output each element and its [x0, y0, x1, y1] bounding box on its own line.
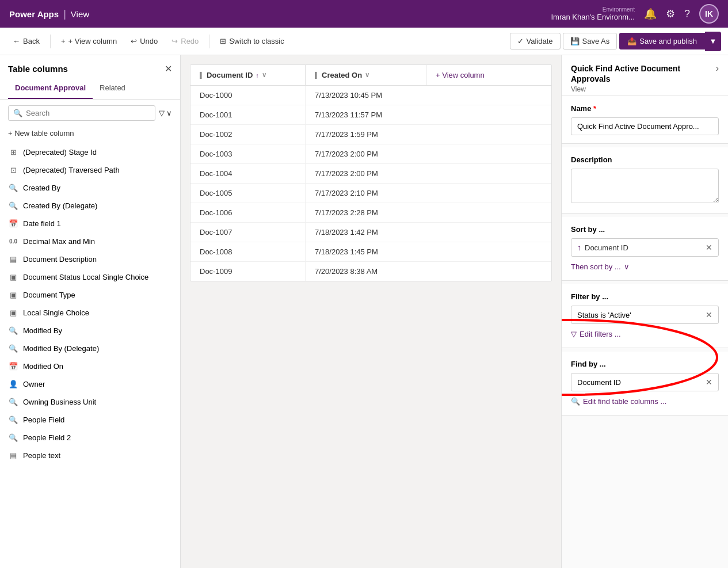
table-header: ▌ Document ID ↑ ∨ ▌ Created On ∨ + View …	[190, 65, 551, 86]
cell-created-on: 7/13/2023 11:57 PM	[306, 105, 426, 124]
back-button[interactable]: ← Back	[7, 33, 45, 49]
list-item[interactable]: ▤People text	[0, 447, 180, 464]
back-icon: ←	[13, 37, 20, 45]
table-row[interactable]: Doc-10007/13/2023 10:45 PM	[190, 86, 551, 105]
list-item[interactable]: ▤Document Description	[0, 250, 180, 268]
col-label: Modified By (Delegate)	[23, 344, 99, 353]
find-chip: Document ID ✕	[571, 373, 719, 391]
undo-button[interactable]: ↩ Undo	[125, 33, 163, 49]
table-row[interactable]: Doc-10067/17/2023 2:28 PM	[190, 203, 551, 223]
filter-chip-remove[interactable]: ✕	[706, 310, 712, 319]
table-row[interactable]: Doc-10017/13/2023 11:57 PM	[190, 105, 551, 125]
bell-icon[interactable]: 🔔	[644, 7, 657, 20]
list-item[interactable]: 🔍People Field	[0, 411, 180, 429]
list-item[interactable]: 👤Owner	[0, 375, 180, 393]
right-panel-header: Quick Find Active Document Approvals Vie…	[562, 55, 728, 96]
switch-classic-button[interactable]: ⊞ Switch to classic	[214, 33, 289, 49]
list-item[interactable]: ⊞(Deprecated) Stage Id	[0, 143, 180, 161]
col-type-icon: 🔍	[8, 344, 18, 353]
col-header-document-id[interactable]: ▌ Document ID ↑ ∨	[190, 65, 306, 85]
list-item[interactable]: 📅Modified On	[0, 357, 180, 375]
col-type-icon: ▤	[8, 451, 18, 460]
then-sort-button[interactable]: Then sort by ... ∨	[571, 261, 630, 272]
cell-created-on: 7/17/2023 2:10 PM	[306, 184, 426, 203]
col-type-icon: ⊞	[8, 148, 18, 157]
sort-asc-chip-icon: ↑	[577, 243, 581, 252]
search-input[interactable]	[26, 109, 150, 117]
edit-find-columns-button[interactable]: 🔍 Edit find table columns ...	[571, 396, 666, 407]
cell-doc-id: Doc-1008	[190, 242, 306, 261]
list-item[interactable]: ▣Document Status Local Single Choice	[0, 268, 180, 286]
edit-filters-button[interactable]: ▽ Edit filters ...	[571, 329, 621, 340]
list-item[interactable]: 🔍People Field 2	[0, 429, 180, 447]
col-label: People Field	[23, 415, 64, 424]
col-label: Modified By	[23, 326, 62, 335]
save-as-button[interactable]: 💾 Save As	[563, 33, 618, 49]
table-row[interactable]: Doc-10037/17/2023 2:00 PM	[190, 144, 551, 164]
cell-doc-id: Doc-1001	[190, 105, 306, 124]
cell-created-on: 7/18/2023 1:45 PM	[306, 242, 426, 261]
list-item[interactable]: 📅Date field 1	[0, 215, 180, 232]
find-value-label: Document ID	[577, 378, 621, 387]
table-row[interactable]: Doc-10077/18/2023 1:42 PM	[190, 223, 551, 242]
columns-list: ⊞(Deprecated) Stage Id⊡(Deprecated) Trav…	[0, 143, 180, 568]
col-type-icon: ▤	[8, 255, 18, 264]
help-icon[interactable]: ?	[684, 8, 690, 20]
col-type-icon: 🔍	[8, 201, 18, 210]
find-label: Find by ...	[571, 360, 719, 368]
close-panel-button[interactable]: ✕	[165, 63, 172, 74]
validate-button[interactable]: ✓ Validate	[510, 33, 561, 49]
name-label: Name *	[571, 104, 719, 113]
list-item[interactable]: 🔍Created By	[0, 179, 180, 197]
col-header-created-on[interactable]: ▌ Created On ∨	[306, 65, 426, 85]
list-item[interactable]: ▣Local Single Choice	[0, 304, 180, 322]
table-row[interactable]: Doc-10097/20/2023 8:38 AM	[190, 262, 551, 281]
gear-icon[interactable]: ⚙	[666, 7, 675, 20]
col-type-icon: 0.0	[8, 238, 18, 245]
power-apps-logo: Power Apps	[9, 9, 59, 19]
find-chip-remove[interactable]: ✕	[706, 378, 712, 387]
top-bar: Power Apps | View Environment Imran Khan…	[0, 0, 728, 28]
tab-document-approval[interactable]: Document Approval	[8, 79, 93, 99]
center-panel: ▌ Document ID ↑ ∨ ▌ Created On ∨ + View …	[181, 55, 561, 568]
description-label: Description	[571, 155, 719, 164]
cell-created-on: 7/17/2023 2:00 PM	[306, 164, 426, 183]
description-input[interactable]	[571, 169, 719, 203]
right-panel-chevron[interactable]: ›	[716, 63, 719, 74]
view-column-button[interactable]: + + View column	[55, 33, 123, 49]
col-type-icon: ▣	[8, 291, 18, 299]
right-panel: Quick Find Active Document Approvals Vie…	[561, 55, 728, 568]
add-view-column-th[interactable]: + View column	[426, 65, 494, 85]
table-row[interactable]: Doc-10047/17/2023 2:00 PM	[190, 164, 551, 184]
list-item[interactable]: 🔍Modified By (Delegate)	[0, 340, 180, 357]
list-item[interactable]: ⊡(Deprecated) Traversed Path	[0, 161, 180, 179]
col2-chevron-down: ∨	[365, 71, 369, 79]
name-input[interactable]	[571, 117, 719, 135]
filter-button[interactable]: ▽ ∨	[159, 109, 172, 117]
redo-button[interactable]: ↪ Redo	[166, 33, 204, 49]
list-item[interactable]: 0.0Decimal Max and Min	[0, 232, 180, 250]
avatar[interactable]: IK	[699, 4, 719, 24]
list-item[interactable]: 🔍Modified By	[0, 322, 180, 340]
sort-chip-remove[interactable]: ✕	[706, 243, 712, 252]
table-columns-title: Table columns	[8, 64, 68, 74]
list-item[interactable]: ▣Document Type	[0, 286, 180, 304]
table-body: Doc-10007/13/2023 10:45 PMDoc-10017/13/2…	[190, 86, 551, 281]
list-item[interactable]: 🔍Owning Business Unit	[0, 393, 180, 411]
save-publish-button[interactable]: 📤 Save and publish	[619, 33, 705, 49]
find-search-icon: 🔍	[571, 397, 580, 406]
filter-icon: ▽	[159, 109, 165, 117]
col-type-icon: 📅	[8, 219, 18, 228]
list-item[interactable]: 🔍Created By (Delegate)	[0, 197, 180, 215]
save-publish-dropdown[interactable]: ▼	[705, 32, 721, 51]
save-as-icon: 💾	[570, 37, 580, 45]
table-row[interactable]: Doc-10027/17/2023 1:59 PM	[190, 125, 551, 144]
table-row[interactable]: Doc-10057/17/2023 2:10 PM	[190, 184, 551, 203]
col1-chevron-down: ∨	[262, 71, 266, 79]
tab-related[interactable]: Related	[93, 79, 132, 99]
table-row[interactable]: Doc-10087/18/2023 1:45 PM	[190, 242, 551, 262]
then-sort-chevron: ∨	[624, 262, 630, 271]
new-table-column-button[interactable]: + New table column	[0, 127, 180, 143]
switch-icon: ⊞	[220, 37, 226, 45]
sort-section: Sort by ... ↑ Document ID ✕ Then sort by…	[562, 217, 728, 281]
